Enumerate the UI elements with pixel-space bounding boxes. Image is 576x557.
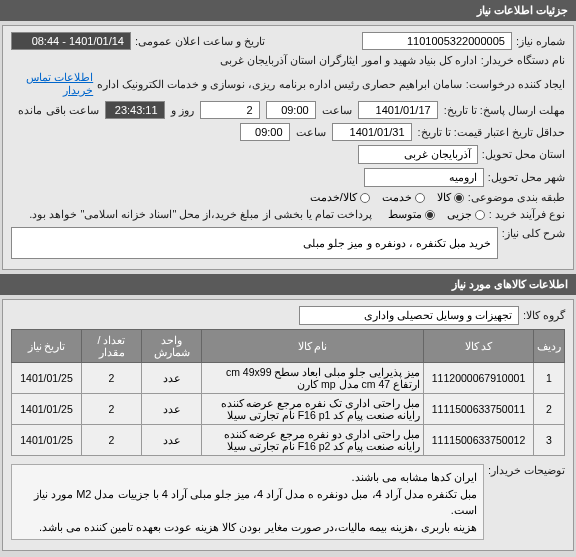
group-label: گروه کالا: — [523, 309, 565, 322]
th-date: تاریخ نیاز — [12, 330, 82, 363]
category-radio-group: کالا خدمت کالا/خدمت — [310, 191, 464, 204]
cell-n: 3 — [534, 425, 565, 456]
desc-field-value: خرید مبل تکنفره ، دونفره و میز جلو مبلی — [11, 227, 498, 259]
cell-date: 1401/01/25 — [12, 394, 82, 425]
page-title-bar: جزئیات اطلاعات نیاز — [0, 0, 576, 21]
process-radio-group: جزیی متوسط — [388, 208, 485, 221]
proc-option-0[interactable]: جزیی — [447, 208, 485, 221]
buyer-value: اداره کل بنیاد شهید و امور ایثارگران است… — [220, 54, 477, 67]
city-label: شهر محل تحویل: — [488, 171, 565, 184]
buyer-notes-label: توضیحات خریدار: — [488, 464, 565, 477]
announce-value: 1401/01/14 - 08:44 — [11, 32, 131, 50]
buyer-notes-text: ایران کدها مشابه می باشند. مبل تکنفره مد… — [11, 464, 484, 540]
cell-n: 2 — [534, 394, 565, 425]
days-remaining: 2 — [200, 101, 260, 119]
valid-label: حداقل تاریخ اعتبار قیمت: تا تاریخ: — [418, 126, 565, 139]
table-row[interactable]: 11112000067910001میز پذیرایی جلو مبلی اب… — [12, 363, 565, 394]
cell-name: مبل راحتی اداری دو نفره مرجع عرضه کننده … — [202, 425, 424, 456]
cell-code: 1112000067910001 — [424, 363, 534, 394]
cell-code: 1111500633750011 — [424, 394, 534, 425]
deadline-label: مهلت ارسال پاسخ: تا تاریخ: — [444, 104, 565, 117]
contact-link[interactable]: اطلاعات تماس خریدار — [11, 71, 93, 97]
cell-n: 1 — [534, 363, 565, 394]
time-label-1: ساعت — [322, 104, 352, 117]
desc-field-label: شرح کلی نیاز: — [502, 227, 565, 240]
cat-option-0[interactable]: کالا — [437, 191, 464, 204]
remain-label: ساعت باقی مانده — [18, 104, 98, 117]
cell-name: مبل راحتی اداری تک نفره مرجع عرضه کننده … — [202, 394, 424, 425]
cell-code: 1111500633750012 — [424, 425, 534, 456]
proc-option-1[interactable]: متوسط — [388, 208, 435, 221]
items-table: ردیف کد کالا نام کالا واحد شمارش تعداد /… — [11, 329, 565, 456]
cell-qty: 2 — [82, 363, 142, 394]
th-qty: تعداد / مقدار — [82, 330, 142, 363]
cell-unit: عدد — [142, 394, 202, 425]
need-no-label: شماره نیاز: — [516, 35, 565, 48]
main-panel: شماره نیاز: 1101005322000005 تاریخ و ساع… — [2, 25, 574, 270]
announce-label: تاریخ و ساعت اعلان عمومی: — [135, 35, 265, 48]
th-name: نام کالا — [202, 330, 424, 363]
province-value: آذربایجان غربی — [358, 145, 478, 164]
province-label: استان محل تحویل: — [482, 148, 565, 161]
process-label: نوع فرآیند خرید : — [489, 208, 565, 221]
valid-date: 1401/01/31 — [332, 123, 412, 141]
need-no-value: 1101005322000005 — [362, 32, 512, 50]
cell-unit: عدد — [142, 363, 202, 394]
cat-option-2[interactable]: کالا/خدمت — [310, 191, 370, 204]
deadline-time: 09:00 — [266, 101, 316, 119]
cat-option-1[interactable]: خدمت — [382, 191, 425, 204]
city-value: ارومیه — [364, 168, 484, 187]
buyer-label: نام دستگاه خریدار: — [481, 54, 565, 67]
cell-date: 1401/01/25 — [12, 425, 82, 456]
cell-date: 1401/01/25 — [12, 363, 82, 394]
creator-label: ایجاد کننده درخواست: — [466, 78, 565, 91]
group-value: تجهیزات و وسایل تحصیلی واداری — [299, 306, 519, 325]
items-section-title: اطلاعات کالاهای مورد نیاز — [0, 274, 576, 295]
table-row[interactable]: 21111500633750011مبل راحتی اداری تک نفره… — [12, 394, 565, 425]
cell-unit: عدد — [142, 425, 202, 456]
items-panel: گروه کالا: تجهیزات و وسایل تحصیلی واداری… — [2, 299, 574, 551]
creator-value: سامان ابراهیم حصاری رئیس اداره برنامه ری… — [97, 78, 462, 91]
category-label: طبقه بندی موضوعی: — [468, 191, 565, 204]
th-row: ردیف — [534, 330, 565, 363]
th-unit: واحد شمارش — [142, 330, 202, 363]
table-row[interactable]: 31111500633750012مبل راحتی اداری دو نفره… — [12, 425, 565, 456]
cell-qty: 2 — [82, 394, 142, 425]
cell-name: میز پذیرایی جلو مبلی ابعاد سطح cm 49x99 … — [202, 363, 424, 394]
cell-qty: 2 — [82, 425, 142, 456]
th-code: کد کالا — [424, 330, 534, 363]
valid-time: 09:00 — [240, 123, 290, 141]
time-label-2: ساعت — [296, 126, 326, 139]
deadline-date: 1401/01/17 — [358, 101, 438, 119]
process-note: پرداخت تمام یا بخشی از مبلغ خرید،از محل … — [29, 208, 372, 221]
days-label: روز و — [171, 104, 194, 117]
time-remaining: 23:43:11 — [105, 101, 165, 119]
